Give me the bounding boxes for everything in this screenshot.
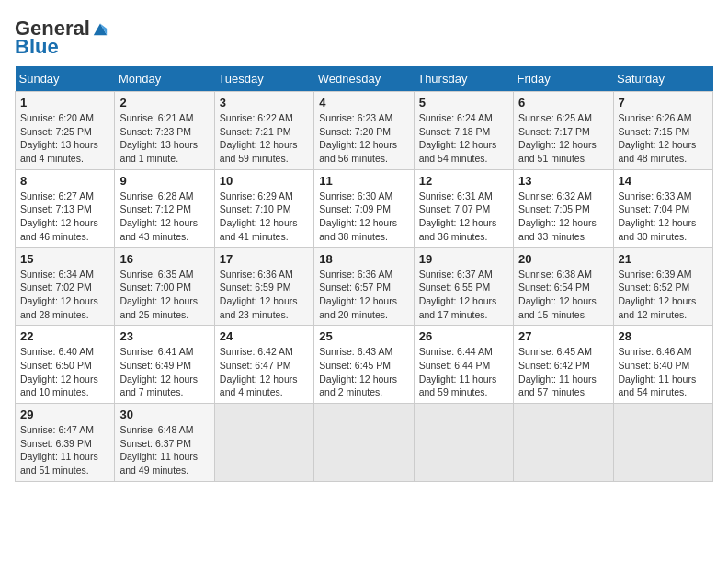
calendar-week-row: 29Sunrise: 6:47 AMSunset: 6:39 PMDayligh… <box>16 404 713 482</box>
day-number: 16 <box>119 252 209 266</box>
day-number: 25 <box>319 329 408 343</box>
day-info: Sunrise: 6:39 AMSunset: 6:52 PMDaylight:… <box>619 268 708 322</box>
calendar-cell: 10Sunrise: 6:29 AMSunset: 7:10 PMDayligh… <box>214 169 313 247</box>
calendar-week-row: 22Sunrise: 6:40 AMSunset: 6:50 PMDayligh… <box>16 326 713 404</box>
day-number: 11 <box>319 174 408 188</box>
day-info: Sunrise: 6:23 AMSunset: 7:20 PMDaylight:… <box>319 111 408 166</box>
calendar-cell: 17Sunrise: 6:36 AMSunset: 6:59 PMDayligh… <box>214 247 313 326</box>
day-number: 8 <box>20 174 109 188</box>
day-number: 17 <box>220 252 309 266</box>
day-info: Sunrise: 6:28 AMSunset: 7:12 PMDaylight:… <box>119 190 209 244</box>
day-info: Sunrise: 6:43 AMSunset: 6:45 PMDaylight:… <box>319 345 408 399</box>
day-info: Sunrise: 6:38 AMSunset: 6:54 PMDaylight:… <box>518 268 608 322</box>
day-info: Sunrise: 6:45 AMSunset: 6:42 PMDaylight:… <box>518 345 608 399</box>
day-number: 28 <box>619 329 708 343</box>
day-info: Sunrise: 6:36 AMSunset: 6:57 PMDaylight:… <box>319 268 408 322</box>
calendar-cell <box>214 404 313 482</box>
calendar-cell: 26Sunrise: 6:44 AMSunset: 6:44 PMDayligh… <box>414 326 513 404</box>
day-info: Sunrise: 6:22 AMSunset: 7:21 PMDaylight:… <box>220 111 309 166</box>
calendar-header-monday: Monday <box>115 66 214 92</box>
day-number: 5 <box>419 96 508 109</box>
calendar-header-row: SundayMondayTuesdayWednesdayThursdayFrid… <box>16 66 713 92</box>
calendar-header-wednesday: Wednesday <box>314 66 414 92</box>
day-info: Sunrise: 6:35 AMSunset: 7:00 PMDaylight:… <box>119 268 209 322</box>
day-number: 14 <box>619 174 708 188</box>
day-number: 24 <box>220 329 309 343</box>
day-info: Sunrise: 6:41 AMSunset: 6:49 PMDaylight:… <box>119 345 209 399</box>
calendar-cell: 7Sunrise: 6:26 AMSunset: 7:15 PMDaylight… <box>613 92 712 170</box>
day-number: 3 <box>220 96 309 109</box>
day-number: 22 <box>20 329 109 343</box>
calendar-cell: 20Sunrise: 6:38 AMSunset: 6:54 PMDayligh… <box>514 247 613 326</box>
calendar-week-row: 15Sunrise: 6:34 AMSunset: 7:02 PMDayligh… <box>16 247 713 326</box>
day-number: 1 <box>20 96 109 109</box>
day-number: 30 <box>119 408 209 421</box>
day-info: Sunrise: 6:20 AMSunset: 7:25 PMDaylight:… <box>20 111 109 166</box>
day-info: Sunrise: 6:30 AMSunset: 7:09 PMDaylight:… <box>319 190 408 244</box>
calendar-cell: 16Sunrise: 6:35 AMSunset: 7:00 PMDayligh… <box>115 247 214 326</box>
day-info: Sunrise: 6:31 AMSunset: 7:07 PMDaylight:… <box>419 190 508 244</box>
day-number: 29 <box>20 408 109 421</box>
calendar-cell: 21Sunrise: 6:39 AMSunset: 6:52 PMDayligh… <box>613 247 712 326</box>
calendar-cell: 23Sunrise: 6:41 AMSunset: 6:49 PMDayligh… <box>115 326 214 404</box>
day-number: 9 <box>119 174 209 188</box>
calendar-cell: 19Sunrise: 6:37 AMSunset: 6:55 PMDayligh… <box>414 247 513 326</box>
calendar-cell: 29Sunrise: 6:47 AMSunset: 6:39 PMDayligh… <box>16 404 115 482</box>
calendar-cell <box>314 404 414 482</box>
day-info: Sunrise: 6:36 AMSunset: 6:59 PMDaylight:… <box>220 268 309 322</box>
day-number: 12 <box>419 174 508 188</box>
calendar-cell <box>514 404 613 482</box>
calendar-cell: 4Sunrise: 6:23 AMSunset: 7:20 PMDaylight… <box>314 92 414 170</box>
calendar-cell: 11Sunrise: 6:30 AMSunset: 7:09 PMDayligh… <box>314 169 414 247</box>
calendar-header-tuesday: Tuesday <box>214 66 313 92</box>
day-info: Sunrise: 6:48 AMSunset: 6:37 PMDaylight:… <box>119 423 209 477</box>
day-number: 18 <box>319 252 408 266</box>
calendar-cell: 28Sunrise: 6:46 AMSunset: 6:40 PMDayligh… <box>613 326 712 404</box>
calendar-cell: 3Sunrise: 6:22 AMSunset: 7:21 PMDaylight… <box>214 92 313 170</box>
day-info: Sunrise: 6:26 AMSunset: 7:15 PMDaylight:… <box>619 111 708 166</box>
calendar-cell <box>613 404 712 482</box>
day-number: 23 <box>119 329 209 343</box>
day-number: 20 <box>518 252 608 266</box>
day-info: Sunrise: 6:42 AMSunset: 6:47 PMDaylight:… <box>220 345 309 399</box>
calendar-cell: 8Sunrise: 6:27 AMSunset: 7:13 PMDaylight… <box>16 169 115 247</box>
day-number: 6 <box>518 96 608 109</box>
day-info: Sunrise: 6:25 AMSunset: 7:17 PMDaylight:… <box>518 111 608 166</box>
day-info: Sunrise: 6:40 AMSunset: 6:50 PMDaylight:… <box>20 345 109 399</box>
calendar-cell: 22Sunrise: 6:40 AMSunset: 6:50 PMDayligh… <box>16 326 115 404</box>
day-number: 13 <box>518 174 608 188</box>
header: General Blue <box>15 15 713 57</box>
day-number: 26 <box>419 329 508 343</box>
day-number: 27 <box>518 329 608 343</box>
day-number: 7 <box>619 96 708 109</box>
calendar-table: SundayMondayTuesdayWednesdayThursdayFrid… <box>15 66 713 482</box>
calendar-week-row: 1Sunrise: 6:20 AMSunset: 7:25 PMDaylight… <box>16 92 713 170</box>
calendar-cell: 30Sunrise: 6:48 AMSunset: 6:37 PMDayligh… <box>115 404 214 482</box>
calendar-cell: 13Sunrise: 6:32 AMSunset: 7:05 PMDayligh… <box>514 169 613 247</box>
day-info: Sunrise: 6:32 AMSunset: 7:05 PMDaylight:… <box>518 190 608 244</box>
calendar-header-sunday: Sunday <box>16 66 115 92</box>
day-number: 21 <box>619 252 708 266</box>
day-info: Sunrise: 6:47 AMSunset: 6:39 PMDaylight:… <box>20 423 109 477</box>
calendar-cell: 1Sunrise: 6:20 AMSunset: 7:25 PMDaylight… <box>16 92 115 170</box>
calendar-cell: 18Sunrise: 6:36 AMSunset: 6:57 PMDayligh… <box>314 247 414 326</box>
calendar-cell: 9Sunrise: 6:28 AMSunset: 7:12 PMDaylight… <box>115 169 214 247</box>
calendar-header-saturday: Saturday <box>613 66 712 92</box>
day-info: Sunrise: 6:34 AMSunset: 7:02 PMDaylight:… <box>20 268 109 322</box>
calendar-cell: 25Sunrise: 6:43 AMSunset: 6:45 PMDayligh… <box>314 326 414 404</box>
logo-blue-text: Blue <box>15 37 59 57</box>
day-info: Sunrise: 6:27 AMSunset: 7:13 PMDaylight:… <box>20 190 109 244</box>
calendar-cell: 24Sunrise: 6:42 AMSunset: 6:47 PMDayligh… <box>214 326 313 404</box>
calendar-header-thursday: Thursday <box>414 66 513 92</box>
calendar-cell: 12Sunrise: 6:31 AMSunset: 7:07 PMDayligh… <box>414 169 513 247</box>
calendar-cell: 2Sunrise: 6:21 AMSunset: 7:23 PMDaylight… <box>115 92 214 170</box>
calendar-cell: 27Sunrise: 6:45 AMSunset: 6:42 PMDayligh… <box>514 326 613 404</box>
calendar-header-friday: Friday <box>514 66 613 92</box>
day-number: 4 <box>319 96 408 109</box>
day-info: Sunrise: 6:46 AMSunset: 6:40 PMDaylight:… <box>619 345 708 399</box>
day-info: Sunrise: 6:24 AMSunset: 7:18 PMDaylight:… <box>419 111 508 166</box>
logo-icon <box>92 20 108 37</box>
calendar-cell: 14Sunrise: 6:33 AMSunset: 7:04 PMDayligh… <box>613 169 712 247</box>
day-number: 2 <box>119 96 209 109</box>
calendar-cell: 15Sunrise: 6:34 AMSunset: 7:02 PMDayligh… <box>16 247 115 326</box>
